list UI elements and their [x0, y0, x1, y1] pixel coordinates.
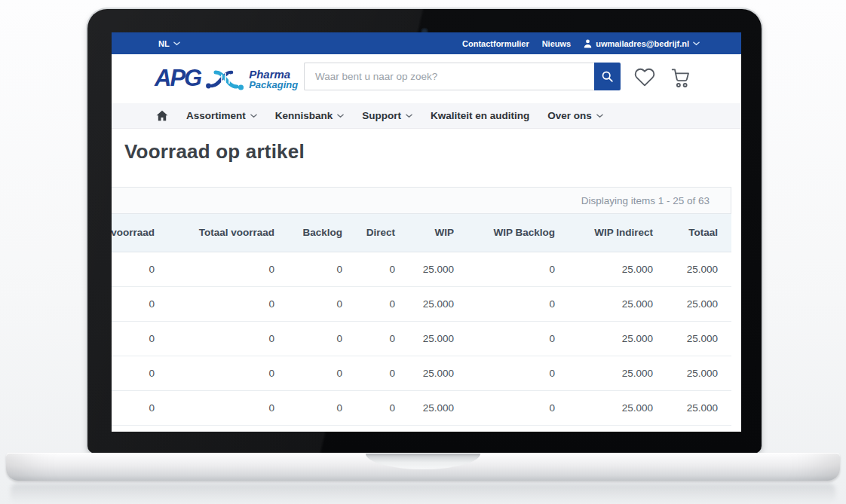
table-cell: 25.000 — [409, 356, 467, 390]
nav-item-label: Over ons — [547, 110, 592, 121]
shopping-cart-icon — [670, 67, 692, 88]
table-cell: 0 — [168, 390, 288, 425]
site-header: APG Pharma Packaging — [112, 54, 741, 103]
column-header: WIP — [409, 214, 467, 252]
search-input[interactable] — [304, 63, 594, 90]
column-header: Direct — [356, 214, 409, 252]
table-cell: 0 — [112, 252, 168, 286]
table-cell: 0 — [168, 321, 288, 356]
wishlist-button[interactable] — [633, 67, 656, 91]
topbar-links: Contactformulier Nieuws uwmailadres@bedr… — [462, 39, 700, 48]
stock-table-container: Displaying items 1 - 25 of 63 voorraadTo… — [112, 187, 731, 426]
nav-item[interactable]: Over ons — [547, 110, 603, 121]
table-header-row: voorraadTotaal voorraadBacklogDirectWIPW… — [112, 214, 731, 252]
nav-item[interactable]: Kennisbank — [275, 110, 345, 121]
table-cell: 0 — [288, 252, 356, 286]
column-header: Backlog — [288, 214, 356, 252]
chevron-down-icon — [406, 114, 412, 118]
nav-item[interactable]: Kwaliteit en auditing — [431, 110, 529, 121]
table-cell: 0 — [112, 286, 168, 321]
table-cell: 25.000 — [667, 252, 731, 286]
table-cell: 0 — [112, 390, 168, 425]
nav-item-label: Kwaliteit en auditing — [431, 110, 529, 121]
company-logo[interactable]: APG Pharma Packaging — [155, 61, 298, 96]
table-row: 000025.000025.00025.000 — [112, 286, 731, 321]
logo-brand-top: Pharma — [249, 69, 298, 80]
page-content: Voorraad op artikel Displaying items 1 -… — [112, 129, 741, 432]
table-cell: 25.000 — [569, 356, 667, 390]
table-cell: 25.000 — [409, 390, 467, 425]
nav-item-home[interactable] — [156, 110, 168, 121]
account-menu[interactable]: uwmailadres@bedrijf.nl — [584, 39, 700, 48]
table-row: 000025.000025.00025.000 — [112, 321, 731, 356]
dna-helix-icon — [205, 67, 246, 93]
table-cell: 0 — [467, 356, 569, 390]
top-utility-bar: NL Contactformulier Nieuws uwmailadres@b… — [112, 32, 741, 54]
stock-table: voorraadTotaal voorraadBacklogDirectWIPW… — [112, 214, 731, 426]
table-cell: 0 — [356, 252, 409, 286]
nav-item[interactable]: Assortiment — [186, 110, 257, 121]
table-cell: 25.000 — [409, 252, 467, 286]
table-cell: 0 — [168, 356, 288, 390]
table-cell: 25.000 — [667, 286, 731, 321]
table-cell: 0 — [112, 356, 168, 390]
laptop-screen-bezel: NL Contactformulier Nieuws uwmailadres@b… — [87, 9, 762, 454]
column-header: Totaal voorraad — [168, 214, 288, 252]
table-cell: 25.000 — [667, 390, 731, 425]
table-cell: 0 — [288, 390, 356, 425]
logo-brand-bottom: Packaging — [249, 80, 298, 90]
search-icon — [601, 70, 614, 83]
table-cell: 0 — [356, 321, 409, 356]
contact-form-label: Contactformulier — [462, 39, 529, 48]
logo-wordmark: Pharma Packaging — [249, 69, 298, 90]
table-cell: 0 — [356, 390, 409, 425]
search-bar — [304, 63, 621, 90]
table-cell: 0 — [168, 252, 288, 286]
chevron-down-icon — [693, 41, 700, 46]
table-cell: 25.000 — [409, 286, 467, 321]
table-cell: 0 — [168, 286, 288, 321]
table-cell: 0 — [288, 356, 356, 390]
heart-icon — [633, 67, 656, 88]
column-header: voorraad — [112, 214, 168, 252]
chevron-down-icon — [250, 114, 257, 118]
nav-item-label: Support — [362, 110, 401, 121]
nav-item-label: Assortiment — [186, 110, 246, 121]
cart-button[interactable] — [670, 67, 692, 91]
laptop-reflection — [11, 484, 835, 503]
column-header: WIP Indirect — [569, 214, 667, 252]
browser-viewport: NL Contactformulier Nieuws uwmailadres@b… — [112, 32, 741, 432]
table-row: 000025.000025.00025.000 — [112, 356, 731, 390]
nav-item[interactable]: Support — [362, 110, 412, 121]
table-cell: 0 — [467, 252, 569, 286]
table-row: 000025.000025.00025.000 — [112, 252, 731, 286]
table-cell: 25.000 — [569, 321, 667, 356]
page-title: Voorraad op artikel — [124, 140, 305, 163]
chevron-down-icon — [173, 41, 180, 46]
account-email: uwmailadres@bedrijf.nl — [596, 39, 689, 48]
search-button[interactable] — [594, 63, 621, 90]
chevron-down-icon — [596, 114, 603, 118]
table-cell: 0 — [288, 286, 356, 321]
main-nav: Assortiment Kennisbank Support Kwaliteit… — [112, 103, 741, 129]
table-cell: 25.000 — [409, 321, 467, 356]
table-cell: 0 — [467, 286, 569, 321]
table-cell: 0 — [356, 286, 409, 321]
logo-acronym: APG — [155, 61, 201, 96]
table-cell: 25.000 — [667, 321, 731, 356]
table-cell: 25.000 — [569, 390, 667, 425]
table-cell: 0 — [356, 356, 409, 390]
contact-form-link[interactable]: Contactformulier — [462, 39, 529, 48]
table-cell: 0 — [467, 321, 569, 356]
table-cell: 25.000 — [569, 286, 667, 321]
table-cell: 0 — [112, 321, 168, 356]
table-cell: 25.000 — [569, 252, 667, 286]
home-icon — [156, 110, 168, 121]
pagination-status: Displaying items 1 - 25 of 63 — [112, 187, 731, 214]
laptop-lid-notch — [366, 454, 480, 469]
column-header: Totaal — [667, 214, 731, 252]
language-label: NL — [158, 39, 170, 48]
table-row: 000025.000025.00025.000 — [112, 390, 731, 425]
language-selector[interactable]: NL — [158, 39, 180, 48]
news-link[interactable]: Nieuws — [542, 39, 572, 48]
